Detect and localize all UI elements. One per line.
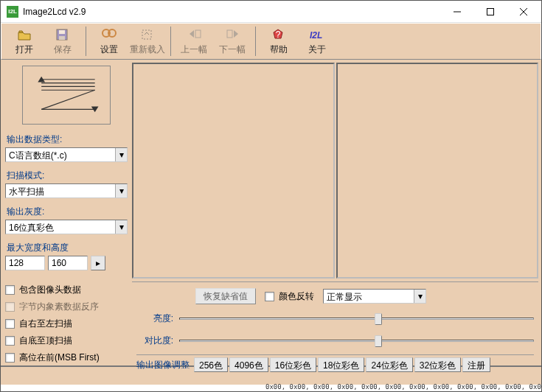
svg-text:?: ?: [276, 29, 281, 40]
minimize-button[interactable]: [440, 1, 473, 22]
invert-color-checkbox[interactable]: 颜色反转: [265, 290, 314, 303]
svg-rect-1: [487, 8, 493, 15]
prev-button: 上一幅: [176, 25, 212, 57]
brightness-label: 亮度:: [136, 312, 173, 325]
save-button: 保存: [44, 25, 81, 57]
color-tab-0[interactable]: 256色: [194, 357, 228, 372]
gray-combo[interactable]: 16位真彩色 ▾: [5, 220, 128, 234]
save-icon: [55, 27, 70, 42]
display-mode-combo[interactable]: 正常显示 ▾: [323, 289, 426, 304]
contrast-slider[interactable]: [179, 332, 534, 349]
help-icon: ?: [271, 27, 286, 42]
gray-label: 输出灰度:: [5, 206, 128, 218]
settings-icon: [102, 27, 117, 42]
svg-line-2: [520, 8, 527, 15]
size-label: 最大宽度和高度: [5, 242, 128, 254]
option-checkbox-0[interactable]: 包含图像头数据: [5, 284, 128, 296]
color-tab-1[interactable]: 4096色: [229, 357, 268, 372]
width-input[interactable]: [5, 256, 45, 270]
restore-default-button[interactable]: 恢复缺省值: [195, 288, 256, 304]
next-button: 下一幅: [214, 25, 251, 57]
scan-mode-combo[interactable]: 水平扫描 ▾: [5, 183, 128, 198]
reload-icon: [140, 27, 155, 42]
svg-rect-10: [195, 30, 201, 38]
svg-rect-9: [142, 30, 151, 39]
about-icon: I2L: [310, 27, 324, 42]
source-preview: [132, 63, 335, 279]
window-title: Image2Lcd v2.9: [23, 7, 440, 17]
settings-button[interactable]: 设置: [91, 25, 128, 57]
chevron-down-icon[interactable]: ▾: [414, 290, 425, 303]
about-button[interactable]: I2L关于: [299, 25, 336, 57]
scan-direction-preview: [22, 66, 111, 125]
color-tab-3[interactable]: 18位彩色: [318, 357, 364, 372]
help-button[interactable]: ?帮助: [260, 25, 297, 57]
prev-icon: [187, 27, 201, 42]
tabs-label: 输出图像调整: [136, 359, 190, 371]
svg-rect-11: [227, 30, 232, 38]
open-button[interactable]: 打开: [6, 25, 43, 57]
chevron-down-icon[interactable]: ▾: [115, 148, 127, 161]
maximize-button[interactable]: [473, 1, 507, 22]
color-tab-2[interactable]: 16位彩色: [270, 357, 316, 372]
hex-footer: 0x00, 0x00, 0x00, 0x00, 0x00, 0x00, 0x00…: [265, 383, 542, 391]
svg-text:I2L: I2L: [310, 30, 322, 41]
scan-mode-label: 扫描模式:: [5, 169, 128, 182]
option-checkbox-2[interactable]: 自右至左扫描: [5, 318, 128, 330]
chevron-down-icon[interactable]: ▾: [115, 220, 127, 234]
left-panel: 输出数据类型: C语言数组(*.c) ▾ 扫描模式: 水平扫描 ▾ 输出灰度: …: [4, 63, 129, 363]
titlebar: I2L Image2Lcd v2.9: [1, 1, 541, 23]
app-icon: I2L: [7, 6, 18, 18]
svg-line-18: [41, 90, 94, 109]
brightness-slider[interactable]: [179, 310, 534, 326]
open-icon: [17, 27, 32, 42]
reload-button: 重新载入: [129, 25, 166, 57]
color-tab-4[interactable]: 24位彩色: [366, 357, 412, 372]
next-icon: [225, 27, 240, 42]
chevron-down-icon[interactable]: ▾: [115, 184, 127, 197]
color-tab-6[interactable]: 注册: [462, 357, 490, 372]
output-type-label: 输出数据类型:: [5, 133, 128, 146]
option-checkbox-3[interactable]: 自底至顶扫描: [5, 335, 128, 347]
svg-rect-6: [59, 36, 65, 40]
apply-size-button[interactable]: ▸: [91, 256, 105, 270]
contrast-label: 对比度:: [136, 335, 173, 347]
close-button[interactable]: [507, 1, 540, 22]
height-input[interactable]: [48, 256, 88, 270]
output-type-combo[interactable]: C语言数组(*.c) ▾: [5, 147, 128, 162]
option-checkbox-1: 字节内象素数据反序: [5, 301, 128, 313]
output-preview: [336, 63, 539, 279]
toolbar: 打开保存设置重新载入上一幅下一幅?帮助I2L关于: [1, 23, 541, 60]
option-checkbox-4[interactable]: 高位在前(MSB First): [5, 351, 128, 364]
color-tab-5[interactable]: 32位彩色: [414, 357, 461, 372]
svg-line-3: [520, 8, 527, 15]
svg-rect-5: [59, 30, 65, 34]
